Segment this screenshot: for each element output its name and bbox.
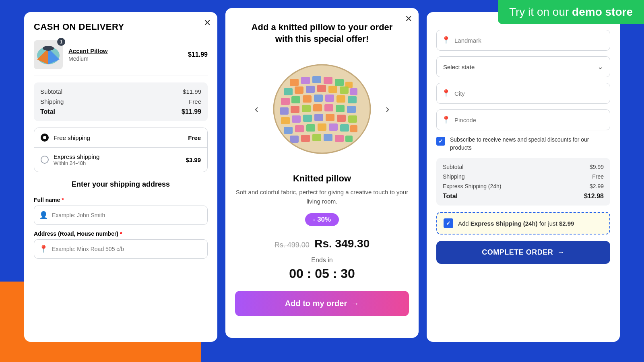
- person-icon: 👤: [39, 211, 48, 220]
- demo-banner: Try it on our demo store: [498, 0, 644, 24]
- subtotal-row: Subtotal $11.99: [40, 88, 201, 95]
- product-name: Knitted pillow: [235, 173, 409, 184]
- free-shipping-label: Free shipping: [54, 134, 183, 141]
- free-shipping-option[interactable]: Free shipping Free: [34, 128, 207, 148]
- city-field-wrapper[interactable]: 📍: [436, 83, 610, 104]
- item-image-wrapper: 1: [34, 40, 63, 69]
- product-description: Soft and colorful fabric, perfect for gi…: [235, 188, 409, 206]
- fullname-input-wrapper[interactable]: 👤: [34, 206, 208, 225]
- cash-on-delivery-panel: ✕ CASH ON DELIVERY 1 A: [24, 12, 217, 342]
- city-icon: 📍: [442, 89, 450, 98]
- express-shipping-upsell: Add Express Shipping (24h) for just $2.9…: [436, 212, 610, 234]
- total-row: Total $11.99: [40, 108, 201, 115]
- carousel-next-button[interactable]: ›: [382, 99, 392, 119]
- pincode-field-wrapper[interactable]: 📍: [436, 109, 610, 130]
- discounted-price: Rs. 349.30: [314, 237, 369, 250]
- countdown-timer: 00 : 05 : 30: [235, 266, 409, 281]
- right-subtotal-row: Subtotal $9.99: [443, 164, 604, 170]
- product-image-area: [262, 53, 382, 165]
- landmark-input[interactable]: [454, 37, 605, 44]
- item-info: Accent Pillow Medium: [68, 47, 182, 62]
- add-to-order-button[interactable]: Add to my order →: [235, 291, 409, 316]
- express-shipping-option[interactable]: Express shipping Within 24-48h $3.99: [34, 148, 207, 172]
- order-item: 1 Accent Pillow Medium $11.99: [34, 40, 208, 76]
- address-label: Address (Road, House number) *: [34, 230, 208, 237]
- upsell-header: Add a knitted pillow to your order with …: [247, 22, 397, 45]
- shipping-options: Free shipping Free Express shipping With…: [34, 128, 208, 172]
- chevron-down-icon: ⌄: [597, 62, 603, 71]
- fullname-label: Full name *: [34, 197, 208, 203]
- item-badge: 1: [57, 38, 65, 46]
- complete-order-button[interactable]: COMPLETE ORDER →: [436, 241, 610, 264]
- knitted-pillow-image: [266, 57, 378, 161]
- pincode-input[interactable]: [454, 117, 605, 123]
- city-input[interactable]: [454, 90, 605, 97]
- free-shipping-radio[interactable]: [41, 134, 49, 142]
- free-shipping-price: Free: [188, 134, 201, 141]
- order-summary: Subtotal $11.99 Shipping Free Total $11.…: [34, 82, 208, 121]
- address-input-wrapper[interactable]: 📍: [34, 239, 208, 259]
- original-price: Rs. 499.00: [275, 241, 310, 249]
- product-carousel: ‹: [235, 53, 409, 165]
- upsell-panel: ✕ Add a knitted pillow to your order wit…: [225, 8, 419, 338]
- express-shipping-upsell-text: Add Express Shipping (24h) for just $2.9…: [458, 220, 574, 227]
- close-button-left[interactable]: ✕: [204, 19, 211, 27]
- pincode-icon: 📍: [442, 115, 450, 124]
- address-input[interactable]: [52, 246, 202, 252]
- discount-badge: - 30%: [305, 213, 339, 226]
- state-select-label: Select state: [443, 64, 475, 70]
- subscribe-text: Subscribe to receive news and special di…: [450, 136, 610, 152]
- address-section-title: Enter your shipping address: [34, 180, 208, 189]
- location-icon-address: 📍: [39, 245, 48, 253]
- shipping-row: Shipping Free: [40, 98, 201, 105]
- price-area: Rs. 499.00 Rs. 349.30: [235, 237, 409, 250]
- item-name[interactable]: Accent Pillow: [68, 47, 108, 54]
- express-shipping-sub: Within 24-48h: [54, 160, 181, 166]
- express-shipping-price: $3.99: [186, 156, 201, 163]
- fullname-input[interactable]: [52, 212, 202, 218]
- right-express-row: Express Shipping (24h) $2.99: [443, 183, 604, 189]
- close-button-center[interactable]: ✕: [405, 14, 412, 23]
- express-shipping-checkbox[interactable]: [444, 218, 453, 228]
- checkout-form-panel: 📍 Select state ⌄ 📍 📍 Subscribe to receiv…: [427, 12, 620, 342]
- ends-in-label: Ends in: [235, 257, 409, 264]
- right-total-row: Total $12.98: [443, 193, 604, 200]
- landmark-field-wrapper[interactable]: 📍: [436, 30, 610, 51]
- landmark-icon: 📍: [442, 36, 450, 45]
- subscribe-row: Subscribe to receive news and special di…: [436, 136, 610, 152]
- panel-title-left: CASH ON DELIVERY: [34, 22, 196, 32]
- express-shipping-radio[interactable]: [41, 156, 49, 164]
- carousel-prev-button[interactable]: ‹: [252, 99, 262, 119]
- item-subtitle: Medium: [68, 56, 182, 62]
- item-price: $11.99: [188, 51, 208, 58]
- svg-point-4: [43, 46, 54, 51]
- subscribe-checkbox[interactable]: [436, 137, 445, 146]
- right-shipping-row: Shipping Free: [443, 173, 604, 180]
- express-shipping-label: Express shipping: [54, 153, 181, 160]
- right-order-summary: Subtotal $9.99 Shipping Free Express Shi…: [436, 158, 610, 206]
- state-select-wrapper[interactable]: Select state ⌄: [436, 56, 610, 77]
